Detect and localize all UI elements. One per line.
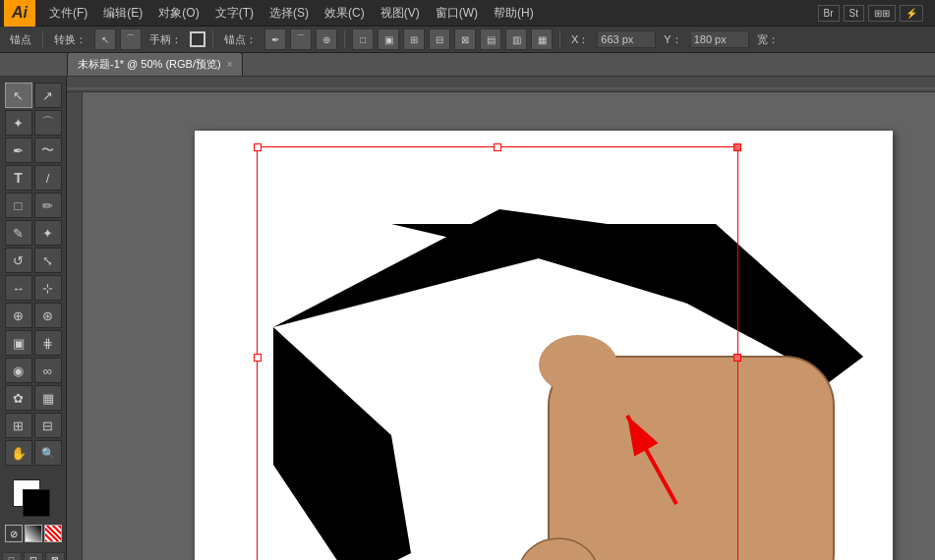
corner-btn1[interactable]: □ (352, 28, 374, 50)
corner-btn2[interactable]: ▣ (378, 28, 399, 50)
color-swatches (13, 479, 54, 521)
free-transform-tool[interactable]: ⊹ (34, 275, 62, 301)
tab-title: 未标题-1* @ 50% (RGB/预览) (78, 57, 221, 72)
width-label: 宽： (753, 32, 783, 47)
align-btn5[interactable]: ▥ (505, 28, 527, 50)
pen-tool[interactable]: ✒ (5, 138, 32, 163)
ruler-top (67, 77, 935, 92)
y-label: Y： (660, 32, 685, 47)
sep3 (344, 30, 345, 48)
y-input[interactable] (690, 30, 749, 48)
tool-row: ✒ 〜 (5, 138, 62, 163)
color-area: ⊘ (1, 476, 66, 546)
anchor-label: 锚点 (6, 32, 35, 47)
tool-row: □ ✏ (5, 193, 62, 218)
menu-help[interactable]: 帮助(H) (486, 1, 542, 26)
blend-tool[interactable]: ∞ (34, 358, 62, 383)
align-btn1[interactable]: ⊞ (403, 28, 425, 50)
menu-view[interactable]: 视图(V) (373, 1, 428, 26)
scale-tool[interactable]: ⤡ (34, 248, 62, 273)
rectangle-tool[interactable]: □ (5, 193, 32, 218)
stock-button[interactable]: St (844, 5, 864, 22)
align-btn4[interactable]: ▤ (480, 28, 501, 50)
full-screen-btn[interactable]: ⊡ (24, 552, 43, 560)
paintbrush-tool[interactable]: ✏ (34, 193, 62, 218)
convert-btn2[interactable]: ⌒ (120, 28, 142, 50)
app-logo: Ai (4, 0, 35, 27)
smooth-btn[interactable]: ⌒ (290, 28, 312, 50)
gradient-tool[interactable]: ▣ (5, 330, 32, 356)
artboard-tool[interactable]: ⊞ (5, 413, 32, 438)
tab-close-btn[interactable]: × (227, 59, 233, 70)
menu-object[interactable]: 对象(O) (150, 1, 206, 26)
select-tool[interactable]: ↖ (5, 83, 32, 108)
tab-bar: 未标题-1* @ 50% (RGB/预览) × (0, 53, 935, 77)
tool-row: ✎ ✦ (5, 220, 62, 246)
handle-btn[interactable] (190, 31, 205, 47)
face-shape (519, 335, 834, 560)
shape-builder-tool[interactable]: ⊕ (5, 303, 32, 328)
convert-btn1[interactable]: ↖ (94, 28, 116, 50)
slice-tool[interactable]: ⊟ (34, 413, 62, 438)
none-swatch[interactable]: ⊘ (5, 525, 23, 542)
x-label: X： (567, 32, 593, 47)
sep4 (559, 30, 560, 48)
curvature-tool[interactable]: 〜 (34, 138, 62, 163)
eyedropper-tool[interactable]: ◉ (5, 358, 32, 383)
tool-row: ✿ ▦ (5, 385, 62, 411)
foreground-swatch[interactable] (23, 489, 50, 517)
width-tool[interactable]: ↔ (5, 275, 32, 301)
tool-row: ✦ ⌒ (5, 110, 62, 136)
menu-window[interactable]: 窗口(W) (428, 1, 486, 26)
direct-select-tool[interactable]: ↗ (34, 83, 62, 108)
live-paint-tool[interactable]: ⊛ (34, 303, 62, 328)
line-tool[interactable]: / (34, 165, 62, 191)
ruler-left (67, 92, 83, 560)
lasso-tool[interactable]: ⌒ (34, 110, 62, 136)
tool-row: ⊞ ⊟ (5, 413, 62, 438)
sym-btn[interactable]: ⊕ (316, 28, 337, 50)
canvas-area[interactable] (67, 77, 935, 560)
mesh-tool[interactable]: ⋕ (34, 330, 62, 356)
tools-panel: ↖ ↗ ✦ ⌒ ✒ 〜 T / □ ✏ ✎ ✦ (0, 77, 67, 560)
menu-text[interactable]: 文字(T) (207, 1, 262, 26)
handle-label: 手柄： (146, 32, 186, 47)
tool-row: T / (5, 165, 62, 191)
svg-point-4 (539, 335, 617, 394)
text-tool[interactable]: T (5, 165, 32, 191)
workspace-button[interactable]: ⊞⊞ (868, 5, 896, 22)
menu-edit[interactable]: 编辑(E) (95, 1, 150, 26)
search-button[interactable]: ⚡ (900, 5, 923, 22)
gradient-swatch[interactable] (25, 525, 42, 542)
menu-select[interactable]: 选择(S) (262, 1, 317, 26)
document-tab[interactable]: 未标题-1* @ 50% (RGB/预览) × (67, 52, 243, 76)
full-screen2-btn[interactable]: ⊠ (45, 552, 65, 560)
hand-tool[interactable]: ✋ (5, 440, 32, 466)
rotate-tool[interactable]: ↺ (5, 248, 32, 273)
sep2 (212, 30, 213, 48)
x-input[interactable] (597, 30, 656, 48)
tool-row: ▣ ⋕ (5, 330, 62, 356)
shaper-tool[interactable]: ✦ (34, 220, 62, 246)
tool-row: ◉ ∞ (5, 358, 62, 383)
sep1 (42, 30, 43, 48)
pattern-swatch[interactable] (44, 525, 62, 542)
align-btn2[interactable]: ⊟ (429, 28, 450, 50)
tool-row: ↖ ↗ (5, 83, 62, 108)
symbol-tool[interactable]: ✿ (5, 385, 32, 411)
artwork-svg (195, 131, 893, 560)
tool-row: ⊕ ⊛ (5, 303, 62, 328)
menu-effect[interactable]: 效果(C) (317, 1, 373, 26)
zoom-tool[interactable]: 🔍 (34, 440, 62, 466)
anchor2-label: 锚点： (220, 32, 261, 47)
bridge-button[interactable]: Br (818, 5, 840, 22)
magic-wand-tool[interactable]: ✦ (5, 110, 32, 136)
anchor-tool-btn[interactable]: ✒ (264, 28, 286, 50)
align-btn3[interactable]: ⊠ (454, 28, 476, 50)
pencil-tool[interactable]: ✎ (5, 220, 32, 246)
menu-bar: Ai 文件(F) 编辑(E) 对象(O) 文字(T) 选择(S) 效果(C) 视… (0, 0, 935, 27)
menu-file[interactable]: 文件(F) (41, 1, 95, 26)
screen-mode-btn[interactable]: □ (2, 552, 22, 560)
graph-tool[interactable]: ▦ (34, 385, 62, 411)
align-btn6[interactable]: ▦ (531, 28, 553, 50)
